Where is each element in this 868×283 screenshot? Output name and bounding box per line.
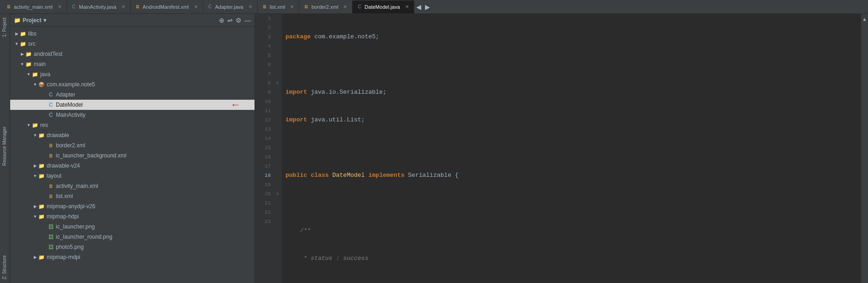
editor-area[interactable]: 1 2 3 4 5 6 7 8 9 10 11 12 13 14 15 16 1… — [255, 14, 861, 283]
tree-item-photo5-png[interactable]: ▶ 🖼 photo5.png — [10, 242, 255, 252]
tree-item-border2-xml[interactable]: ▶ 🗎 border2.xml — [10, 140, 255, 151]
tree-item-adapter[interactable]: ▶ C Adapter — [10, 90, 255, 100]
tab-activity-main-xml[interactable]: 🗎 activity_main.xml ✕ — [2, 0, 67, 13]
tab-scroll-right-icon[interactable]: ▶ — [423, 3, 432, 11]
xml-file-icon: 🗎 — [47, 152, 55, 159]
gutter: ≡ ≡ — [273, 14, 282, 283]
file-tree: ▶ 📁 libs ▼ 📁 src ▶ 📁 androidTest ▼ 📁 mai… — [10, 27, 255, 283]
png-file-icon: 🖼 — [47, 243, 55, 251]
line-num-12: 12 — [255, 115, 271, 125]
tree-item-ic-launcher-round-png[interactable]: ▶ 🖼 ic_launcher_round.png — [10, 232, 255, 242]
gutter-7 — [273, 69, 282, 78]
project-icon: 📁 — [14, 17, 21, 24]
tab-close-button[interactable]: ✕ — [289, 4, 295, 10]
gutter-11 — [273, 106, 282, 115]
tab-adapter-java[interactable]: C Adapter.java ✕ — [203, 0, 258, 13]
tab-list-xml[interactable]: 🗎 list.xml ✕ — [258, 0, 300, 13]
tab-android-manifest-xml[interactable]: 🗎 AndroidManifest.xml ✕ — [131, 0, 203, 13]
tree-item-mipmap-mdpi[interactable]: ▶ 📁 mipmap-mdpi — [10, 252, 255, 262]
tree-arrow: ▶ — [32, 163, 38, 169]
main-area: 1: Project Resource Manager Z: Structure… — [0, 14, 868, 283]
left-sidebar: 1: Project Resource Manager Z: Structure — [0, 14, 10, 283]
tab-close-button[interactable]: ✕ — [120, 4, 127, 10]
tree-item-layout[interactable]: ▼ 📁 layout — [10, 171, 255, 181]
item-name-package: com.example.note5 — [47, 81, 95, 88]
tree-item-mainactivity[interactable]: ▶ C MainActivity — [10, 110, 255, 120]
tree-item-mipmap-hdpi[interactable]: ▼ 📁 mipmap-hdpi — [10, 211, 255, 222]
tree-arrow: ▼ — [32, 214, 38, 219]
sidebar-label-project[interactable]: 1: Project — [0, 14, 10, 41]
tab-close-button[interactable]: ✕ — [404, 4, 410, 10]
tree-arrow: ▶ — [19, 51, 25, 57]
tree-item-libs[interactable]: ▶ 📁 libs — [10, 29, 255, 39]
tree-item-ic-launcher-png[interactable]: ▶ 🖼 ic_launcher.png — [10, 222, 255, 232]
line-num-3: 3 — [255, 32, 271, 42]
item-name-drawable: drawable — [47, 132, 69, 138]
gutter-16 — [273, 152, 282, 162]
item-name-ic-launcher-bg: ic_launcher_background.xml — [56, 152, 127, 159]
item-name-res: res — [40, 122, 48, 128]
code-content[interactable]: package com.example.note5; import java.i… — [282, 14, 861, 283]
tab-border2-xml[interactable]: 🗎 border2.xml ✕ — [299, 0, 352, 13]
sidebar-label-resource-manager[interactable]: Resource Manager — [0, 123, 10, 169]
minimize-icon[interactable]: — — [244, 17, 251, 24]
tree-item-activity-main-xml[interactable]: ▶ 🗎 activity_main.xml — [10, 181, 255, 191]
tab-label: MainActivity.java — [79, 4, 116, 10]
tab-label: activity_main.xml — [14, 4, 53, 10]
tree-item-androidtest[interactable]: ▶ 📁 androidTest — [10, 49, 255, 59]
tree-item-list-xml[interactable]: ▶ 🗎 list.xml — [10, 191, 255, 201]
folder-icon: 📁 — [38, 253, 45, 261]
tree-item-res[interactable]: ▼ 📁 res — [10, 120, 255, 130]
folder-icon: 📁 — [38, 213, 45, 220]
line-num-20: 20 — [255, 189, 271, 199]
java-icon: C — [71, 4, 77, 10]
gutter-14 — [273, 134, 282, 143]
item-name-activity-main-xml: activity_main.xml — [56, 183, 98, 189]
tab-label: list.xml — [270, 4, 285, 10]
code-container[interactable]: 1 2 3 4 5 6 7 8 9 10 11 12 13 14 15 16 1… — [255, 14, 861, 283]
line-num-16: 16 — [255, 152, 271, 162]
project-dropdown-icon[interactable]: ▾ — [43, 17, 46, 24]
xml-file-icon: 🗎 — [47, 182, 55, 190]
xml-file-icon: 🗎 — [47, 193, 55, 200]
tree-arrow: ▶ — [32, 204, 38, 209]
project-panel: 📁 Project ▾ ⊕ ⇌ ⚙ — ▶ 📁 libs ▼ 📁 — [10, 14, 255, 283]
code-line-6: public class DateModel implements Serial… — [285, 171, 861, 180]
line-num-7: 7 — [255, 69, 271, 78]
folder-icon: 📁 — [31, 71, 39, 78]
tree-item-src[interactable]: ▼ 📁 src — [10, 39, 255, 49]
tab-scroll-left-icon[interactable]: ◀ — [414, 3, 423, 11]
tab-mainactivity-java[interactable]: C MainActivity.java ✕ — [67, 0, 131, 13]
right-sidebar-label[interactable]: ▲ — [861, 14, 868, 24]
tree-item-drawable-v24[interactable]: ▶ 📁 drawable-v24 — [10, 161, 255, 171]
tree-item-main[interactable]: ▼ 📁 main — [10, 59, 255, 69]
tree-item-drawable[interactable]: ▼ 📁 drawable — [10, 130, 255, 140]
line-num-21: 21 — [255, 199, 271, 208]
tree-item-java[interactable]: ▼ 📁 java — [10, 69, 255, 79]
gutter-8: ≡ — [273, 78, 282, 88]
tab-close-button[interactable]: ✕ — [342, 4, 348, 10]
folder-icon: 📁 — [25, 50, 32, 58]
collapse-icon[interactable]: ⇌ — [227, 17, 233, 24]
tab-close-button[interactable]: ✕ — [247, 4, 254, 10]
tree-arrow: ▼ — [32, 132, 38, 138]
line-num-23: 23 — [255, 217, 271, 226]
tree-item-datemodel[interactable]: ▶ C DateModel ← — [10, 100, 255, 110]
folder-icon: 📁 — [38, 162, 45, 169]
sidebar-label-z-structure[interactable]: Z: Structure — [0, 252, 10, 283]
tab-close-button[interactable]: ✕ — [193, 4, 199, 10]
sync-icon[interactable]: ⊕ — [219, 17, 225, 24]
settings-icon[interactable]: ⚙ — [236, 17, 242, 24]
tree-arrow: ▼ — [32, 82, 38, 87]
right-sidebar: ▲ — [861, 14, 868, 283]
tab-datemodel-java[interactable]: C DateModel.java ✕ — [352, 0, 414, 13]
gutter-2 — [273, 23, 282, 32]
tree-item-ic-launcher-background[interactable]: ▶ 🗎 ic_launcher_background.xml — [10, 151, 255, 161]
tree-item-package[interactable]: ▼ 📦 com.example.note5 — [10, 79, 255, 90]
code-line-2 — [285, 60, 861, 69]
line-num-2: 2 — [255, 23, 271, 32]
tree-arrow: ▼ — [14, 41, 19, 47]
tab-close-button[interactable]: ✕ — [56, 4, 63, 10]
code-line-3: import java.io.Serializable; — [285, 88, 861, 97]
tree-item-mipmap-anydpi[interactable]: ▶ 📁 mipmap-anydpi-v26 — [10, 201, 255, 211]
